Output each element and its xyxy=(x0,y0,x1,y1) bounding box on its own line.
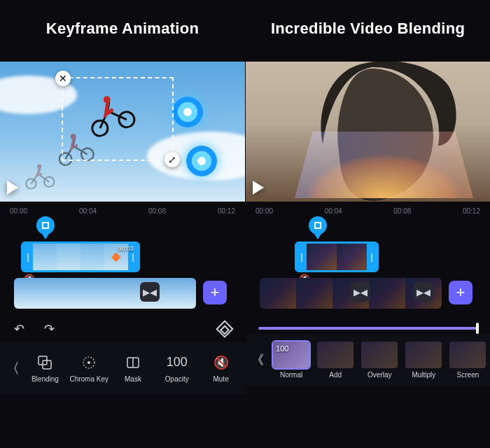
clip-trim-left[interactable]: | xyxy=(23,244,33,270)
keyframe-marker[interactable] xyxy=(309,216,327,234)
transition-button[interactable]: ▶◀ xyxy=(140,282,160,302)
headline-keyframe: Keyframe Animation xyxy=(0,0,245,62)
highway-overlay xyxy=(295,132,473,198)
blend-mode-multiply[interactable]: Multiply xyxy=(405,342,443,379)
keyframe-ghost xyxy=(22,159,57,190)
opacity-value: 100 xyxy=(276,344,288,353)
add-clip-button[interactable]: + xyxy=(449,281,472,304)
ruler-tick: 00:08 xyxy=(148,207,166,215)
timeline[interactable]: | | 00:03 🔇 ▶◀ + xyxy=(0,218,245,316)
timeline-ruler: 00:00 00:04 00:08 00:12 xyxy=(0,202,245,218)
blend-mode-overlay[interactable]: Overlay xyxy=(360,342,399,379)
keyframe-toggle-icon[interactable] xyxy=(216,320,233,337)
tool-opacity[interactable]: 100 Opacity xyxy=(155,354,198,383)
ruler-tick: 00:08 xyxy=(393,207,411,215)
blend-mode-screen[interactable]: Screen xyxy=(449,342,487,379)
svg-point-12 xyxy=(88,361,90,364)
ruler-tick: 00:00 xyxy=(10,207,27,215)
back-button[interactable]: 〈 xyxy=(3,359,22,378)
back-button[interactable]: 《 xyxy=(248,351,267,368)
ruler-tick: 00:12 xyxy=(463,207,480,215)
blend-mode-toolbar: 《 100 Normal Add Overlay Multiply Screen xyxy=(246,334,490,386)
close-icon[interactable]: ✕ xyxy=(55,71,71,86)
mode-label: Overlay xyxy=(368,371,391,379)
main-clip[interactable] xyxy=(14,278,196,309)
undo-button[interactable]: ↶ xyxy=(14,321,24,337)
opacity-slider[interactable] xyxy=(258,327,477,330)
opacity-slider-row xyxy=(246,316,490,334)
mode-label: Add xyxy=(329,371,342,379)
preview-keyframe[interactable]: ✕ ⤢ xyxy=(0,62,245,202)
ruler-tick: 00:12 xyxy=(218,207,235,215)
slider-thumb[interactable] xyxy=(476,323,479,334)
portal-effect xyxy=(186,146,217,176)
blend-mode-normal[interactable]: 100 Normal xyxy=(272,342,311,379)
opacity-value: 100 xyxy=(167,354,188,371)
tool-label: Chroma Key xyxy=(69,375,108,383)
play-icon[interactable] xyxy=(7,181,18,195)
mode-label: Screen xyxy=(457,371,479,379)
headline-blending: Incredible Video Blending xyxy=(246,0,490,62)
mode-label: Multiply xyxy=(412,371,435,379)
mode-label: Normal xyxy=(280,371,302,379)
ruler-tick: 00:00 xyxy=(255,207,273,215)
ruler-tick: 00:04 xyxy=(79,207,97,215)
portal-effect xyxy=(172,97,203,127)
tool-label: Opacity xyxy=(165,375,189,383)
clip-trim-left[interactable]: | xyxy=(297,244,307,270)
preview-blending[interactable] xyxy=(246,62,490,202)
mute-icon: 🔇 xyxy=(214,354,229,371)
transition-button[interactable]: ▶◀ xyxy=(351,282,370,302)
tool-label: Blending xyxy=(31,375,59,383)
transition-button[interactable]: ▶◀ xyxy=(414,282,433,302)
tool-label: Mask xyxy=(125,375,141,383)
tool-mask[interactable]: Mask xyxy=(112,354,155,383)
tool-chroma-key[interactable]: Chroma Key xyxy=(68,354,111,383)
clip-trim-right[interactable]: | xyxy=(367,244,377,270)
blending-icon xyxy=(37,354,52,371)
selection-box[interactable]: ✕ ⤢ xyxy=(62,77,174,161)
overlay-clip[interactable]: | | xyxy=(295,241,379,272)
tool-blending[interactable]: Blending xyxy=(24,354,66,383)
timeline[interactable]: | | 🔇 ▶◀ ▶◀ + xyxy=(246,218,490,316)
resize-handle-icon[interactable]: ⤢ xyxy=(164,152,180,167)
keyframe-marker[interactable] xyxy=(36,216,55,234)
ruler-tick: 00:04 xyxy=(325,207,342,215)
add-clip-button[interactable]: + xyxy=(203,281,227,304)
chroma-key-icon xyxy=(81,354,97,371)
bottom-toolbar: 〈 Blending Chroma Key Mask 100 Opacity 🔇… xyxy=(0,342,245,394)
timeline-ruler: 00:00 00:04 00:08 00:12 xyxy=(246,202,490,218)
mask-icon xyxy=(125,354,141,371)
overlay-clip[interactable]: | | 00:03 xyxy=(21,241,140,272)
clip-duration: 00:03 xyxy=(118,245,134,252)
redo-button[interactable]: ↷ xyxy=(44,321,55,337)
tool-mute[interactable]: 🔇 Mute xyxy=(200,354,242,383)
blend-mode-add[interactable]: Add xyxy=(316,342,355,379)
tool-label: Mute xyxy=(213,375,228,383)
play-icon[interactable] xyxy=(253,181,264,195)
